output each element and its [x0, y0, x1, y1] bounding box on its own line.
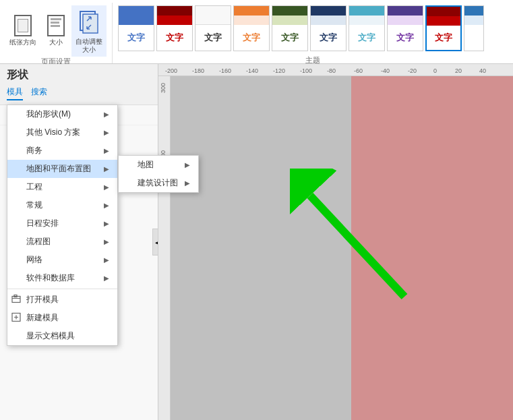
menu-arrow-icon: ▶: [104, 165, 109, 173]
theme-icon-4[interactable]: 文字: [233, 5, 270, 51]
menu-item-business[interactable]: 商务 ▶: [7, 142, 117, 160]
theme-icon-2[interactable]: 文字: [156, 5, 193, 51]
menu-divider-1: [7, 289, 117, 289]
left-panel-title: 形状: [7, 68, 151, 82]
menu-item-show-doc-stencil[interactable]: 显示文档模具: [7, 327, 117, 345]
menu-arrow-icon: ▶: [104, 220, 109, 227]
menu-item-schedule[interactable]: 日程安排 ▶: [7, 214, 117, 233]
page-decoration: [351, 76, 513, 420]
menu-arrow-icon: ▶: [104, 274, 109, 282]
theme-2-label: 文字: [166, 32, 183, 44]
collapse-panel-button[interactable]: ◀: [152, 229, 158, 256]
ruler-mark: -180: [192, 67, 204, 74]
theme-8-label: 文字: [396, 32, 414, 44]
v-ruler-mark: 300: [160, 83, 167, 93]
canvas-body: 300 100 80: [158, 76, 513, 420]
ruler-mark: 20: [455, 67, 462, 74]
context-menu-wrapper: 我的形状(M) ▶ 其他 Visio 方案 ▶ 商务 ▶ 地图和平面布置图 ▶ …: [7, 104, 118, 346]
theme-6-label: 文字: [320, 32, 337, 44]
submenu-arch-design-label: 建筑设计图: [138, 177, 178, 189]
auto-adjust-label: 自动调整大小: [76, 38, 102, 54]
theme-icon-3[interactable]: 文字: [195, 5, 231, 51]
submenu-item-arch-design[interactable]: 建筑设计图 ▶: [119, 174, 198, 192]
menu-item-maps-plans[interactable]: 地图和平面布置图 ▶: [7, 160, 117, 178]
menu-item-general[interactable]: 常规 ▶: [7, 196, 117, 214]
theme-icon-5[interactable]: 文字: [272, 5, 308, 51]
theme-5-label: 文字: [281, 32, 299, 44]
menu-item-other-visio[interactable]: 其他 Visio 方案 ▶: [7, 123, 117, 142]
menu-schedule-label: 日程安排: [26, 218, 59, 229]
theme-icon-8[interactable]: 文字: [387, 5, 423, 51]
menu-other-visio-label: 其他 Visio 方案: [26, 127, 80, 138]
menu-software-db-label: 软件和数据库: [26, 272, 75, 284]
menu-network-label: 网络: [26, 254, 42, 266]
ruler-mark: -200: [165, 67, 177, 74]
submenu-item-map[interactable]: 地图 ▶: [119, 156, 198, 174]
ruler-mark: -60: [354, 67, 363, 74]
ruler-mark: -80: [327, 67, 336, 74]
ruler-mark: -120: [273, 67, 285, 74]
paper-orientation-button[interactable]: 纸张方向: [5, 12, 40, 50]
ruler-mark: -160: [219, 67, 231, 74]
menu-arrow-icon: ▶: [104, 129, 109, 136]
menu-maps-plans-label: 地图和平面布置图: [26, 163, 91, 175]
open-stencil-icon: [11, 294, 21, 305]
ruler-vertical: 300 100 80: [158, 76, 171, 420]
theme-icon-1[interactable]: 文字: [118, 5, 154, 51]
menu-arrow-icon: ▶: [104, 238, 109, 245]
menu-item-network[interactable]: 网络 ▶: [7, 251, 117, 269]
theme-icon-6[interactable]: 文字: [310, 5, 346, 51]
menu-item-new-stencil[interactable]: 新建模具: [7, 309, 117, 327]
page-size-label: 大小: [49, 38, 63, 47]
paper-orientation-label: 纸张方向: [9, 38, 36, 47]
ruler-mark: -20: [408, 67, 417, 74]
context-menu: 我的形状(M) ▶ 其他 Visio 方案 ▶ 商务 ▶ 地图和平面布置图 ▶ …: [7, 104, 118, 346]
ribbon: 纸张方向 大小: [0, 0, 513, 64]
menu-item-flowchart[interactable]: 流程图 ▶: [7, 233, 117, 251]
submenu-arrow-icon: ▶: [185, 161, 190, 169]
menu-arrow-icon: ▶: [104, 147, 109, 154]
page-size-button[interactable]: 大小: [43, 12, 69, 50]
left-panel-tabs: 模具 搜索: [7, 86, 151, 100]
submenu-map-label: 地图: [138, 159, 154, 171]
theme-icon-9[interactable]: 文字: [425, 5, 462, 51]
theme-7-label: 文字: [358, 32, 375, 44]
tab-module[interactable]: 模具: [7, 86, 23, 100]
menu-flowchart-label: 流程图: [26, 236, 51, 247]
menu-arrow-icon: ▶: [104, 183, 109, 191]
menu-new-stencil-label: 新建模具: [26, 312, 59, 324]
menu-item-engineering[interactable]: 工程 ▶: [7, 178, 117, 196]
theme-section: 文字 文字 文字: [113, 3, 513, 63]
left-panel-header: 形状 模具 搜索: [0, 64, 158, 105]
main-canvas: -200 -180 -160 -140 -120 -100 -80 -60 -4…: [158, 64, 513, 420]
ruler-mark: -40: [381, 67, 390, 74]
ruler-horizontal: -200 -180 -160 -140 -120 -100 -80 -60 -4…: [158, 64, 513, 76]
menu-business-label: 商务: [26, 145, 42, 156]
tab-search[interactable]: 搜索: [31, 86, 47, 100]
page-setup-section: 纸张方向 大小: [0, 3, 113, 63]
theme-9-label: 文字: [435, 32, 452, 44]
ruler-mark: 0: [433, 67, 437, 74]
menu-engineering-label: 工程: [26, 181, 42, 193]
theme-1-label: 文字: [127, 32, 145, 44]
menu-general-label: 常规: [26, 200, 42, 211]
auto-adjust-button[interactable]: 自动调整大小: [71, 5, 107, 57]
new-stencil-icon: [11, 312, 21, 324]
submenu-maps-plans: 地图 ▶ 建筑设计图 ▶: [118, 155, 199, 193]
menu-my-shapes-label: 我的形状(M): [26, 109, 71, 120]
theme-4-label: 文字: [243, 32, 260, 44]
menu-show-doc-stencil-label: 显示文档模具: [26, 330, 75, 342]
menu-arrow-icon: ▶: [104, 111, 109, 118]
ruler-mark: 40: [479, 67, 486, 74]
theme-icon-7[interactable]: 文字: [349, 5, 385, 51]
page-canvas[interactable]: [171, 76, 513, 420]
menu-item-software-db[interactable]: 软件和数据库 ▶: [7, 269, 117, 287]
menu-arrow-icon: ▶: [104, 256, 109, 264]
theme-icon-10[interactable]: [464, 5, 484, 51]
ruler-mark: -100: [300, 67, 312, 74]
menu-item-my-shapes[interactable]: 我的形状(M) ▶: [7, 105, 117, 123]
ruler-mark: -140: [246, 67, 258, 74]
theme-icons-container: 文字 文字 文字: [113, 3, 513, 54]
menu-item-open-stencil[interactable]: 打开模具: [7, 291, 117, 309]
menu-open-stencil-label: 打开模具: [26, 294, 59, 305]
